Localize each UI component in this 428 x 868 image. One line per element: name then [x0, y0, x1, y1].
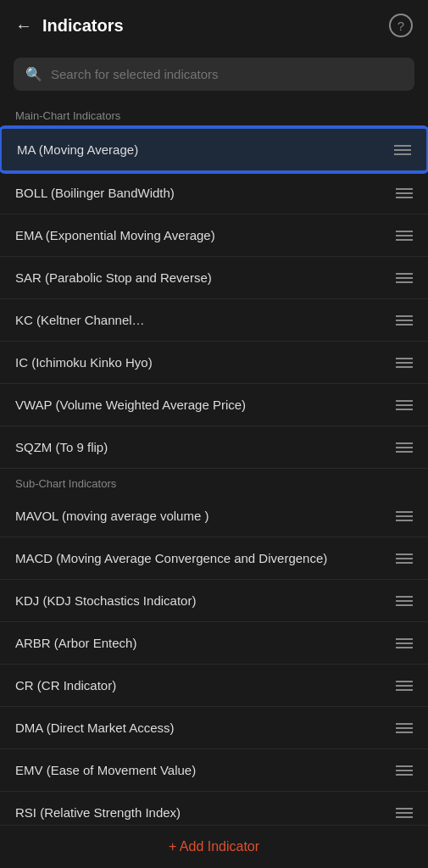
- list-item: IC (Ichimoku Kinko Hyo): [0, 342, 428, 384]
- indicator-name-arbr: ARBR (Arbor Entech): [15, 636, 387, 650]
- indicator-name-ma: MA (Moving Average): [17, 142, 386, 157]
- indicator-item-sar[interactable]: SAR (Parabolic Stop and Reverse): [0, 257, 428, 299]
- indicator-name-rsi: RSI (Relative Strength Index): [15, 805, 387, 820]
- help-button[interactable]: ?: [389, 14, 413, 37]
- back-button[interactable]: ←: [15, 16, 32, 36]
- list-item: ARBR (Arbor Entech): [0, 622, 428, 665]
- indicator-item-kdj[interactable]: KDJ (KDJ Stochastics Indicator): [0, 580, 428, 622]
- drag-handle-ic[interactable]: [387, 358, 413, 368]
- indicator-item-ma[interactable]: MA (Moving Average): [0, 127, 428, 172]
- list-item: BOLL (Boilinger BandWidth): [0, 172, 428, 214]
- indicator-item-sqzm[interactable]: SQZM (To 9 flip): [0, 426, 428, 469]
- list-item: SAR (Parabolic Stop and Reverse): [0, 257, 428, 299]
- indicator-name-kc: KC (Keltner Channel…: [15, 313, 387, 327]
- drag-handle-ma[interactable]: [386, 145, 411, 155]
- section-label-1: Sub-Chart Indicators: [0, 469, 428, 495]
- indicator-name-sqzm: SQZM (To 9 flip): [15, 440, 387, 454]
- drag-handle-cr[interactable]: [387, 681, 413, 691]
- help-icon: ?: [397, 19, 404, 33]
- indicator-item-kc[interactable]: KC (Keltner Channel…: [0, 299, 428, 342]
- indicator-name-vwap: VWAP (Volume Weighted Average Price): [15, 398, 387, 412]
- indicator-item-ema[interactable]: EMA (Exponential Moving Average): [0, 214, 428, 257]
- content-area: Main-Chart IndicatorsMA (Moving Average)…: [0, 101, 428, 868]
- drag-handle-mavol[interactable]: [387, 511, 413, 521]
- search-icon: 🔍: [25, 66, 42, 82]
- drag-handle-vwap[interactable]: [387, 400, 413, 410]
- list-item: SQZM (To 9 flip): [0, 426, 428, 469]
- indicator-name-macd: MACD (Moving Average Convergence and Div…: [15, 551, 387, 565]
- indicator-item-mavol[interactable]: MAVOL (moving average volume ): [0, 495, 428, 537]
- list-item: MACD (Moving Average Convergence and Div…: [0, 537, 428, 580]
- indicator-item-cr[interactable]: CR (CR Indicator): [0, 665, 428, 707]
- drag-handle-ema[interactable]: [387, 231, 413, 241]
- list-item: EMV (Ease of Movement Value): [0, 749, 428, 792]
- indicator-item-emv[interactable]: EMV (Ease of Movement Value): [0, 749, 428, 792]
- list-item: CR (CR Indicator): [0, 665, 428, 707]
- indicator-item-boll[interactable]: BOLL (Boilinger BandWidth): [0, 172, 428, 214]
- drag-handle-macd[interactable]: [387, 554, 413, 564]
- search-input[interactable]: [51, 67, 403, 81]
- drag-handle-kdj[interactable]: [387, 596, 413, 606]
- list-item: MAVOL (moving average volume ): [0, 495, 428, 537]
- indicator-name-sar: SAR (Parabolic Stop and Reverse): [15, 270, 387, 285]
- list-item: KC (Keltner Channel…: [0, 299, 428, 342]
- list-item: EMA (Exponential Moving Average): [0, 214, 428, 257]
- indicator-item-macd[interactable]: MACD (Moving Average Convergence and Div…: [0, 537, 428, 580]
- add-indicator-button[interactable]: + Add Indicator: [169, 839, 259, 854]
- indicator-name-kdj: KDJ (KDJ Stochastics Indicator): [15, 593, 387, 608]
- drag-handle-arbr[interactable]: [387, 638, 413, 648]
- search-bar[interactable]: 🔍: [14, 58, 414, 91]
- indicator-item-dma[interactable]: DMA (Direct Market Access): [0, 707, 428, 749]
- drag-handle-dma[interactable]: [387, 723, 413, 733]
- indicator-item-ic[interactable]: IC (Ichimoku Kinko Hyo): [0, 342, 428, 384]
- indicator-name-cr: CR (CR Indicator): [15, 678, 387, 693]
- indicator-name-dma: DMA (Direct Market Access): [15, 721, 387, 735]
- page-title: Indicators: [42, 16, 124, 36]
- indicator-name-emv: EMV (Ease of Movement Value): [15, 763, 387, 777]
- drag-handle-emv[interactable]: [387, 765, 413, 776]
- indicator-name-ic: IC (Ichimoku Kinko Hyo): [15, 355, 387, 370]
- list-item: MA (Moving Average): [0, 127, 428, 172]
- drag-handle-sqzm[interactable]: [387, 442, 413, 453]
- list-item: VWAP (Volume Weighted Average Price): [0, 384, 428, 426]
- drag-handle-kc[interactable]: [387, 315, 413, 326]
- indicator-item-vwap[interactable]: VWAP (Volume Weighted Average Price): [0, 384, 428, 426]
- add-indicator-bar: + Add Indicator: [0, 825, 428, 868]
- list-item: DMA (Direct Market Access): [0, 707, 428, 749]
- drag-handle-sar[interactable]: [387, 273, 413, 283]
- indicator-item-arbr[interactable]: ARBR (Arbor Entech): [0, 622, 428, 665]
- drag-handle-boll[interactable]: [387, 188, 413, 198]
- indicator-name-boll: BOLL (Boilinger BandWidth): [15, 186, 387, 200]
- indicator-name-mavol: MAVOL (moving average volume ): [15, 509, 387, 523]
- drag-handle-rsi[interactable]: [387, 808, 413, 818]
- indicator-name-ema: EMA (Exponential Moving Average): [15, 228, 387, 242]
- section-label-0: Main-Chart Indicators: [0, 101, 428, 127]
- header: ← Indicators ?: [0, 0, 428, 51]
- list-item: KDJ (KDJ Stochastics Indicator): [0, 580, 428, 622]
